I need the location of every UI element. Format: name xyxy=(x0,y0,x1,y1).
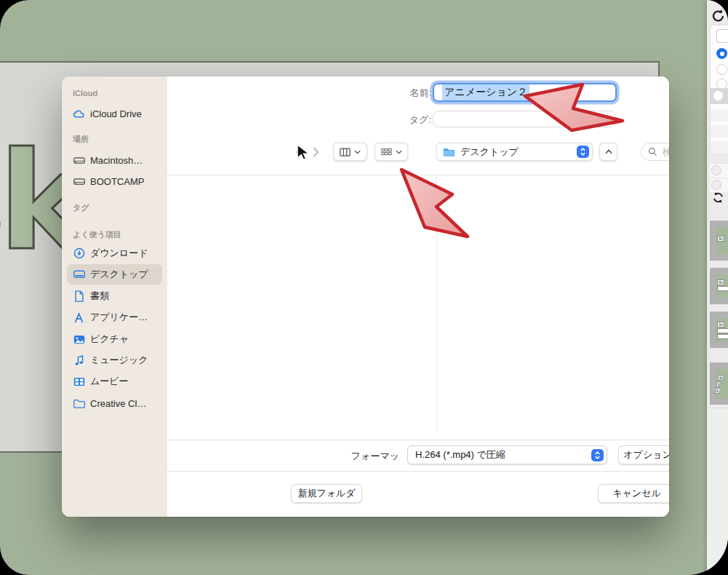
sidebar-item-pictures[interactable]: ピクチャ xyxy=(67,329,162,349)
harddrive-icon xyxy=(73,177,85,186)
search-field[interactable] xyxy=(641,143,669,161)
sidebar-item-label: Macintosh… xyxy=(90,155,143,166)
chevron-down-icon xyxy=(396,150,402,154)
slide-thumbnail[interactable]: Sh xyxy=(710,268,728,304)
sidebar-item-label: BOOTCAMP xyxy=(90,176,144,187)
sidebar-header-favorites: よく使う項目 xyxy=(73,229,121,240)
thumbnail-box xyxy=(717,328,728,333)
collapse-button[interactable] xyxy=(599,143,617,161)
sidebar-item-label: 書類 xyxy=(90,290,109,303)
sidebar-header-tags: タグ xyxy=(73,202,89,213)
cancel-button[interactable]: キャンセル xyxy=(598,484,669,503)
slide-thumbnail[interactable]: Sh xyxy=(710,221,728,261)
sidebar-item-documents[interactable]: 書類 xyxy=(67,286,162,306)
panel-input[interactable] xyxy=(716,29,728,43)
sidebar-item-label: iCloud Drive xyxy=(90,108,142,119)
sidebar-item-label: ムービー xyxy=(90,375,129,388)
stepper-row[interactable] xyxy=(710,178,728,192)
slide-thumbnail[interactable]: Sh xyxy=(710,312,728,348)
sidebar-header-places: 場所 xyxy=(73,134,89,145)
sidebar-item-desktop[interactable]: デスクトップ xyxy=(67,264,162,285)
divider xyxy=(167,440,669,440)
radio-option[interactable] xyxy=(716,64,727,75)
sidebar-item-icloud-drive[interactable]: iCloud Drive xyxy=(67,103,162,124)
format-dropdown[interactable]: H.264 (*.mp4) で圧縮 xyxy=(407,445,607,464)
panel-row xyxy=(711,141,728,154)
search-icon xyxy=(648,147,657,156)
applications-icon xyxy=(73,312,85,323)
thumbnail-text: Sh xyxy=(717,236,724,242)
chevron-left-icon xyxy=(295,147,302,157)
knob-icon xyxy=(711,165,721,175)
thumbnail-slide: S i 2 xyxy=(715,369,728,398)
folder-icon xyxy=(443,147,455,157)
sidebar-item-movies[interactable]: ムービー xyxy=(67,371,162,392)
sidebar-header-icloud: iCloud xyxy=(73,89,97,98)
stepper-row[interactable] xyxy=(710,163,728,178)
knob-icon xyxy=(711,180,721,190)
thumbnail-slide: Sh xyxy=(715,318,728,341)
filename-selected-text: アニメーション２ xyxy=(442,84,529,100)
divider xyxy=(167,175,669,175)
slide-thumbnail[interactable]: S i 2 xyxy=(710,362,728,405)
sidebar-item-label: ミュージック xyxy=(90,354,148,367)
selected-row[interactable] xyxy=(710,88,728,104)
sidebar-item-creative-cloud[interactable]: Creative Cl… xyxy=(67,393,162,413)
panel-bottom-area xyxy=(707,408,728,575)
radio-white-icon xyxy=(713,91,723,100)
music-icon xyxy=(73,354,85,366)
thumbnail-text: Sh xyxy=(717,322,724,328)
sidebar-item-label: デスクトップ xyxy=(90,268,148,281)
refresh-icon[interactable] xyxy=(712,191,724,204)
location-label: デスクトップ xyxy=(460,146,519,159)
search-input[interactable] xyxy=(661,146,669,158)
movies-icon xyxy=(73,377,85,386)
sidebar-item-label: ピクチャ xyxy=(90,333,129,346)
dropdown-stepper-icon xyxy=(577,146,589,158)
new-folder-button[interactable]: 新規フォルダ xyxy=(291,484,362,503)
format-label: フォーマッ xyxy=(313,450,399,463)
filename-input[interactable]: アニメーション２ xyxy=(433,83,617,102)
column-divider xyxy=(436,175,437,432)
thumbnail-slide: Sh xyxy=(715,227,728,254)
back-button[interactable] xyxy=(291,145,305,159)
cloud-icon xyxy=(73,109,85,119)
pictures-icon xyxy=(73,335,85,344)
right-side-panel: Sh Sh Sh S i 2 xyxy=(707,0,728,575)
grid-view-icon xyxy=(381,148,392,156)
radio-selected[interactable] xyxy=(716,48,727,59)
options-button[interactable]: オプション... xyxy=(618,445,669,464)
sidebar-item-applications[interactable]: アプリケー… xyxy=(67,307,162,328)
tags-label: タグ: xyxy=(371,114,431,127)
chevron-right-icon xyxy=(313,147,319,157)
thumbnail-text: 2 xyxy=(714,388,721,394)
sidebar-item-macintosh[interactable]: Macintosh… xyxy=(67,150,162,170)
panel-row xyxy=(711,109,728,122)
sidebar-item-label: Creative Cl… xyxy=(90,398,146,409)
folder-icon xyxy=(73,399,85,408)
grid-view-button[interactable] xyxy=(375,143,408,161)
tags-input[interactable] xyxy=(433,111,616,127)
sidebar-item-downloads[interactable]: ダウンロード xyxy=(67,243,162,263)
sidebar-item-music[interactable]: ミュージック xyxy=(67,350,162,370)
divider xyxy=(167,471,669,472)
dropdown-stepper-icon xyxy=(591,449,604,461)
name-label: 名前: xyxy=(371,87,431,100)
sidebar-item-label: アプリケー… xyxy=(90,311,148,324)
export-save-dialog: iCloud iCloud Drive 場所 Macintosh… BOOTCA… xyxy=(62,76,669,517)
app-window: k iCloud iCloud Drive 場所 Macintosh… BOOT… xyxy=(0,0,728,575)
desktop-icon xyxy=(73,269,85,279)
download-icon xyxy=(73,247,85,259)
thumbnail-text: S xyxy=(717,375,724,381)
thumbnail-box xyxy=(717,286,728,291)
location-dropdown[interactable]: デスクトップ xyxy=(436,143,593,161)
forward-button[interactable] xyxy=(308,145,323,159)
document-icon xyxy=(73,290,85,302)
chevron-down-icon xyxy=(354,150,361,154)
sidebar-item-bootcamp[interactable]: BOOTCAMP xyxy=(67,171,162,191)
panel-row xyxy=(711,125,728,138)
finder-sidebar: iCloud iCloud Drive 場所 Macintosh… BOOTCA… xyxy=(62,76,167,517)
reload-icon xyxy=(711,9,726,23)
format-value: H.264 (*.mp4) で圧縮 xyxy=(415,448,505,461)
column-view-button[interactable] xyxy=(333,143,367,161)
